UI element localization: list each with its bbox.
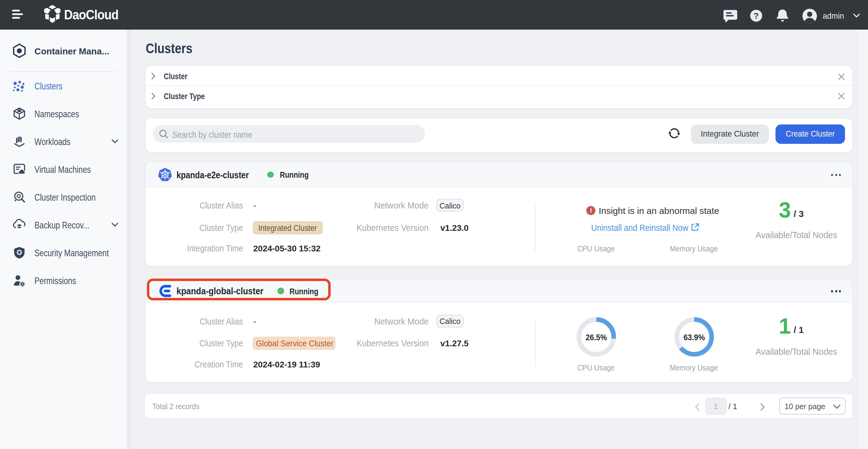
svg-text:?: ? [753, 11, 758, 21]
